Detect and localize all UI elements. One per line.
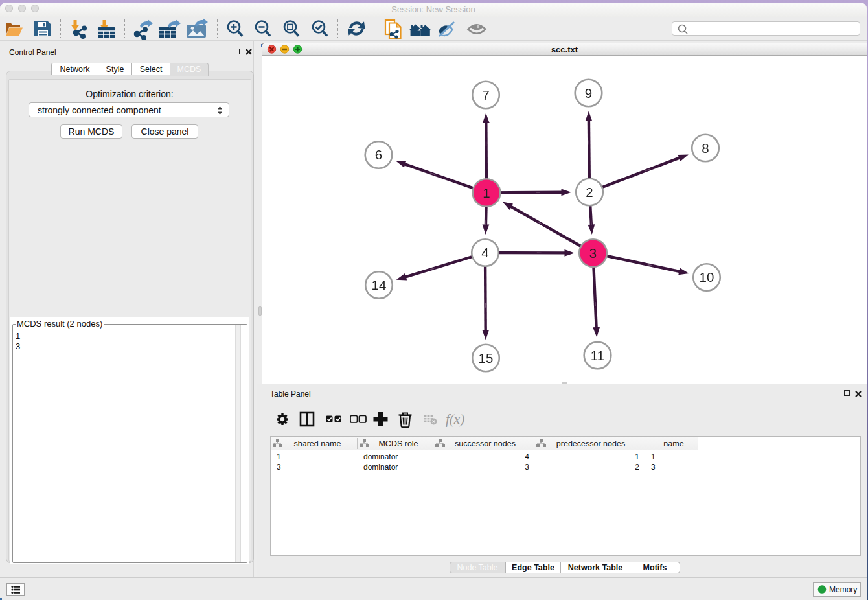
svg-text:1: 1 xyxy=(277,452,281,461)
svg-text:successor nodes: successor nodes xyxy=(455,439,516,448)
svg-text:15: 15 xyxy=(479,351,494,365)
svg-text:1: 1 xyxy=(483,185,490,200)
svg-text:1: 1 xyxy=(651,452,656,461)
svg-text:4: 4 xyxy=(481,245,488,260)
svg-text:dominator: dominator xyxy=(363,452,398,461)
svg-text:shared name: shared name xyxy=(294,439,341,448)
svg-text:8: 8 xyxy=(702,141,709,156)
svg-text:1: 1 xyxy=(635,452,639,461)
svg-text:3: 3 xyxy=(277,463,281,472)
svg-text:name: name xyxy=(663,439,683,448)
svg-text:7: 7 xyxy=(482,87,489,102)
svg-text:6: 6 xyxy=(375,147,382,162)
svg-text:2: 2 xyxy=(635,463,639,472)
svg-text:11: 11 xyxy=(591,348,604,363)
svg-text:f(x): f(x) xyxy=(446,411,464,427)
svg-text:10: 10 xyxy=(700,270,714,284)
svg-text:14: 14 xyxy=(372,277,387,292)
svg-text:4: 4 xyxy=(525,452,529,461)
svg-text:dominator: dominator xyxy=(363,463,398,472)
svg-text:3: 3 xyxy=(651,463,656,472)
svg-text:MCDS role: MCDS role xyxy=(378,439,418,448)
svg-text:9: 9 xyxy=(585,86,592,100)
svg-text:3: 3 xyxy=(525,463,529,472)
svg-text:3: 3 xyxy=(589,246,597,260)
svg-text:predecessor nodes: predecessor nodes xyxy=(556,439,625,448)
svg-text:2: 2 xyxy=(586,185,593,200)
